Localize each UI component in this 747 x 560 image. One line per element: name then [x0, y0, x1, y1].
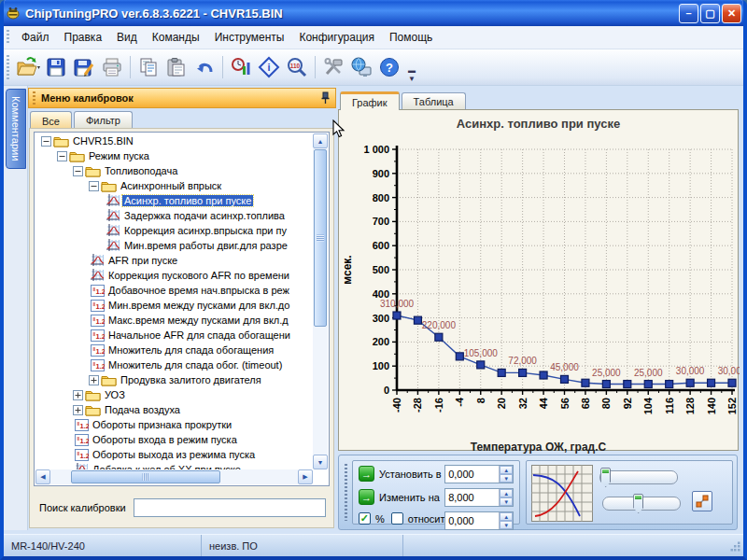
menu-item-6[interactable]: Конфигурация [291, 28, 382, 47]
tree-row[interactable]: Продувка залитого двигателя [35, 372, 313, 387]
maximize-button[interactable]: ▢ [700, 4, 720, 23]
slider-bottom-thumb[interactable] [633, 494, 643, 513]
tree-row[interactable]: Топливоподача [35, 163, 313, 178]
percent-checkbox[interactable]: ✓ [359, 512, 371, 525]
third-value-input[interactable] [445, 512, 499, 529]
copy-button[interactable] [134, 53, 162, 81]
toolbar-items: i110? [14, 53, 403, 81]
scroll-left-button[interactable]: ◀ [35, 469, 50, 484]
vertical-scroll-thumb[interactable] [314, 149, 327, 327]
horizontal-scroll-thumb[interactable] [71, 470, 220, 483]
scroll-up-button[interactable]: ▲ [313, 133, 328, 148]
collapse-icon[interactable] [89, 181, 99, 191]
pin-icon[interactable] [319, 91, 331, 105]
menu-item-5[interactable]: Инструменты [207, 28, 292, 47]
tree-row[interactable]: Режим пуска [35, 148, 313, 163]
menu-item-4[interactable]: Команды [145, 28, 207, 47]
edit-points-button[interactable] [692, 491, 712, 511]
tree-row[interactable]: 1.2Обороты входа в режим пуска [35, 432, 313, 447]
expand-icon[interactable] [73, 390, 83, 400]
expand-icon[interactable] [73, 405, 83, 415]
undo-icon [193, 56, 216, 78]
internet-update-button[interactable] [347, 53, 375, 81]
expand-icon[interactable] [89, 375, 99, 385]
change-value-input[interactable] [445, 489, 499, 506]
analyze-icon [230, 56, 252, 78]
tree-row[interactable]: CHVR15.BIN [35, 133, 313, 148]
tree-row[interactable]: 1.2Множитель для спада обогащения [35, 343, 313, 357]
menu-item-2[interactable]: Правка [57, 28, 110, 47]
collapse-icon[interactable] [41, 136, 51, 147]
tree-row[interactable]: 1.2Макс.время между пусками для вкл.д [35, 313, 313, 328]
slider-top-thumb[interactable] [600, 468, 611, 487]
change-spin-up[interactable]: ▲ [500, 489, 513, 497]
tree-row[interactable]: 1.2Мин.время между пусками для вкл.до [35, 298, 313, 313]
save-as-button[interactable] [70, 53, 98, 81]
slider-top[interactable] [599, 470, 678, 484]
folder-icon [101, 180, 117, 192]
zoom-preview-button[interactable]: 110 [283, 53, 311, 81]
tree-row[interactable]: Асинхр. топливо при пуске [35, 193, 313, 208]
scroll-right-button[interactable]: ▶ [298, 469, 313, 484]
tree-row[interactable]: Мин.время работы двиг.для разре [35, 238, 313, 253]
tab-filter[interactable]: Фильтр [74, 111, 133, 128]
minimize-button[interactable]: – [679, 4, 698, 23]
tree-vertical-scrollbar[interactable]: ▲ ▼ [313, 133, 328, 469]
help-button[interactable]: ? [375, 53, 403, 81]
set-spin-up[interactable]: ▲ [500, 466, 513, 474]
tree-row[interactable]: 1.2Обороты выхода из режима пуска [35, 447, 313, 462]
search-input[interactable] [134, 498, 326, 517]
third-spin-up[interactable]: ▲ [500, 512, 513, 521]
tree-row[interactable]: 1.2Обороты признака прокрутки [35, 417, 313, 432]
svg-text:25,000: 25,000 [634, 368, 663, 378]
relative-checkbox[interactable]: ✓ [391, 512, 403, 525]
tab-table[interactable]: Таблица [402, 92, 466, 109]
menu-item-3[interactable]: Вид [109, 28, 145, 47]
chart-svg[interactable]: 01002003004005006007008009001 000-40-28-… [339, 131, 740, 435]
scalar-value-icon: 1.2 [91, 329, 105, 342]
folder-icon [85, 404, 101, 416]
resize-grip[interactable] [730, 541, 741, 554]
svg-text:-4: -4 [454, 397, 465, 407]
tree-row[interactable]: Коррекция пускового AFR по времени [35, 268, 313, 283]
menu-item-1[interactable]: Файл [14, 28, 57, 47]
open-file-button[interactable] [14, 53, 42, 81]
tab-comments[interactable]: Комментарии [6, 89, 26, 169]
save-button[interactable] [42, 53, 70, 81]
tree-row[interactable]: 1.2Начальное AFR для спада обогащени [35, 328, 313, 343]
tree-row[interactable]: Коррекция асинхр.впрыска при пу [35, 223, 313, 238]
tree-row[interactable]: AFR при пуске [35, 253, 313, 268]
collapse-icon[interactable] [57, 151, 67, 161]
tree-row[interactable]: Асинхронный впрыск [35, 178, 313, 193]
collapse-icon[interactable] [73, 166, 83, 176]
toolbar-overflow-chevron-icon[interactable]: ▬▼ [405, 66, 418, 85]
undo-button[interactable] [190, 53, 218, 81]
apply-change-button[interactable]: → [359, 489, 374, 505]
paste-button[interactable] [162, 53, 190, 81]
change-spin-down[interactable]: ▼ [500, 497, 513, 506]
tree-horizontal-scrollbar[interactable]: ◀ ▶ [35, 469, 313, 484]
info-button[interactable]: i [255, 53, 283, 81]
close-button[interactable]: ✕ [722, 4, 741, 23]
set-spin-down[interactable]: ▼ [500, 474, 513, 483]
tree-row[interactable]: 1.2Множитель для спада обог. (timeout) [35, 357, 313, 372]
analyze-button[interactable] [227, 53, 255, 81]
tree-row[interactable]: 1.2Добавочное время нач.впрыска в реж [35, 283, 313, 298]
tree-row[interactable]: Задержка подачи асинхр.топлива [35, 208, 313, 223]
slider-bottom[interactable] [602, 497, 681, 511]
tab-graph[interactable]: График [340, 91, 400, 110]
apply-set-button[interactable]: → [359, 466, 374, 482]
print-button[interactable] [98, 53, 126, 81]
tree-row[interactable]: УОЗ [35, 387, 313, 402]
tab-all[interactable]: Все [30, 111, 72, 129]
menu-item-7[interactable]: Помощь [382, 28, 440, 47]
tree-row[interactable]: Подача воздуха [35, 402, 313, 417]
tree-row[interactable]: Добавка к жел.об.ХХ при пуске [35, 462, 313, 469]
scroll-down-button[interactable]: ▼ [313, 455, 328, 469]
third-spin-down[interactable]: ▼ [500, 521, 513, 529]
set-value-input[interactable] [445, 466, 499, 483]
scalar-value-icon: 1.2 [91, 359, 105, 371]
tools-button[interactable] [319, 53, 347, 81]
svg-text:?: ? [386, 61, 393, 75]
tree-item-label: Начальное AFR для спада обогащени [106, 329, 292, 341]
